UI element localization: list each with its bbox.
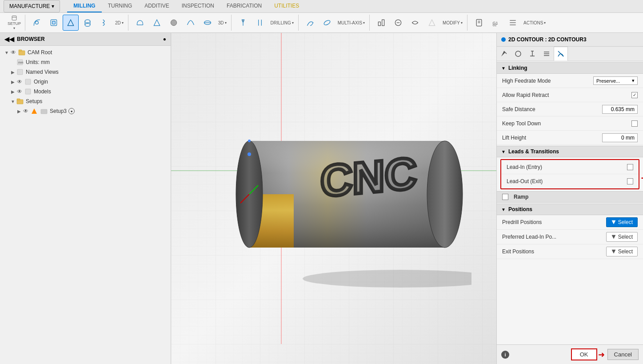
- tab-inspection[interactable]: INSPECTION: [176, 0, 220, 12]
- expand-setup3[interactable]: ▶: [16, 109, 22, 114]
- tree-item-setup3[interactable]: ▶ 👁 Setup3 ●: [0, 106, 171, 116]
- 2d-active-btn[interactable]: [63, 15, 79, 31]
- panel-tab-tool[interactable]: [497, 47, 511, 61]
- svg-rect-0: [12, 16, 16, 20]
- tab-fabrication[interactable]: FABRICATION: [220, 0, 268, 12]
- svg-point-11: [171, 20, 176, 25]
- tree-item-origin[interactable]: ▶ 👁 Origin: [0, 77, 171, 87]
- lead-out-checkbox[interactable]: [627, 178, 633, 184]
- 2d-thread-btn[interactable]: [96, 15, 112, 31]
- manufacture-button[interactable]: MANUFACTURE ▾: [4, 0, 60, 12]
- browser-menu-icon[interactable]: ●: [163, 36, 166, 42]
- panel-tab-geometry[interactable]: [511, 47, 525, 61]
- ramp-checkbox[interactable]: [502, 194, 508, 200]
- expand-setups[interactable]: ▼: [10, 99, 16, 104]
- 3d-label: 3D ▾: [216, 20, 228, 25]
- exit-positions-select-button[interactable]: Select: [606, 247, 638, 256]
- eye-icon-origin[interactable]: 👁: [16, 79, 23, 85]
- tab-milling[interactable]: MILLING: [67, 0, 101, 12]
- preferred-leadin-label: Preferred Lead-In Po...: [502, 234, 606, 240]
- units-icon: mm: [16, 58, 24, 66]
- setup3-label: Setup3: [50, 108, 67, 114]
- 3d-btn5[interactable]: [200, 15, 216, 31]
- linking-section-header[interactable]: ▼ Linking: [497, 62, 643, 74]
- setup3-triangle-icon: [30, 107, 38, 115]
- panel-tab-linking[interactable]: [554, 47, 568, 61]
- lift-height-input[interactable]: 0 mm: [602, 133, 638, 142]
- panel-tab-heights[interactable]: [525, 47, 539, 61]
- preferred-leadin-row: Preferred Lead-In Po... Select: [497, 230, 643, 244]
- 3d-btn3[interactable]: [166, 15, 182, 31]
- eye-icon-models[interactable]: 👁: [16, 88, 23, 95]
- positions-section-header[interactable]: ▼ Positions: [497, 204, 643, 215]
- 2d-pocket-btn[interactable]: [46, 15, 62, 31]
- actions-btn2[interactable]: G1G2: [488, 15, 504, 31]
- tree-item-named-views[interactable]: ▶ Named Views: [0, 67, 171, 77]
- svg-rect-38: [25, 89, 31, 94]
- panel-tab-passes[interactable]: [539, 47, 554, 61]
- expand-models[interactable]: ▶: [10, 89, 16, 94]
- 2d-drill-btn[interactable]: [80, 15, 96, 31]
- modify-btn3[interactable]: [407, 15, 423, 31]
- ramp-section-header[interactable]: Ramp: [497, 191, 643, 203]
- 2d-contour-btn[interactable]: [29, 15, 45, 31]
- expand-origin[interactable]: ▶: [10, 80, 16, 84]
- leads-section-header[interactable]: ▼ Leads & Transitions: [497, 146, 643, 157]
- 3d-btn1[interactable]: [132, 15, 148, 31]
- tree-item-models[interactable]: ▶ 👁 Models: [0, 87, 171, 96]
- svg-point-52: [427, 141, 463, 248]
- ok-button[interactable]: OK: [571, 348, 597, 360]
- lift-height-row: Lift Height 0 mm: [497, 131, 643, 145]
- actions-group: G1G2 ACTIONS ▾: [468, 15, 550, 31]
- modify-btn2[interactable]: [390, 15, 406, 31]
- eye-icon-setup3[interactable]: 👁: [22, 108, 29, 114]
- viewport[interactable]: CNC CNC: [171, 33, 496, 364]
- tree-item-setups[interactable]: ▼ Setups: [0, 96, 171, 106]
- tree-item-units[interactable]: ▶ mm Units: mm: [0, 57, 171, 67]
- modify-btn1[interactable]: [373, 15, 389, 31]
- eye-icon-cam-root[interactable]: 👁: [10, 49, 17, 56]
- allow-rapid-retract-checkbox[interactable]: [631, 92, 638, 98]
- linking-title: Linking: [508, 65, 527, 71]
- drill-btn2[interactable]: [252, 15, 268, 31]
- cam-root-label: CAM Root: [28, 49, 52, 56]
- predrill-select-button[interactable]: Select: [606, 217, 638, 227]
- safe-distance-value: 0.635 mm: [611, 106, 635, 112]
- sidebar: ◀◀ BROWSER ● ▼ 👁 CAM Root ▶ mm: [0, 33, 171, 364]
- tree-item-cam-root[interactable]: ▼ 👁 CAM Root: [0, 48, 171, 57]
- 3d-btn4[interactable]: [183, 15, 199, 31]
- back-arrow-icon[interactable]: ◀◀: [4, 36, 14, 43]
- positions-arrow: ▼: [501, 207, 506, 212]
- tab-additive[interactable]: ADDITIVE: [138, 0, 175, 12]
- svg-rect-39: [17, 100, 23, 104]
- cancel-button[interactable]: Cancel: [607, 349, 639, 360]
- multiaxis-btn2[interactable]: [319, 15, 335, 31]
- svg-rect-36: [17, 69, 23, 75]
- actions-btn1[interactable]: [471, 15, 487, 31]
- 3d-btn2[interactable]: [149, 15, 165, 31]
- tab-turning[interactable]: TURNING: [102, 0, 139, 12]
- drilling-group: DRILLING ▾: [232, 15, 299, 31]
- tab-utilities[interactable]: UTILITIES: [268, 0, 305, 12]
- svg-point-56: [248, 140, 251, 142]
- svg-marker-23: [429, 20, 435, 25]
- safe-distance-input[interactable]: 0.635 mm: [602, 105, 638, 114]
- high-feedrate-dropdown[interactable]: Preserve... ▾: [593, 76, 638, 85]
- keep-tool-down-label: Keep Tool Down: [502, 120, 631, 127]
- keep-tool-down-checkbox[interactable]: [631, 120, 638, 127]
- svg-marker-5: [68, 20, 73, 25]
- lead-in-checkbox[interactable]: [627, 164, 633, 170]
- setup-btn[interactable]: SETUP ▾: [6, 15, 22, 31]
- safe-distance-row: Safe Distance 0.635 mm: [497, 102, 643, 116]
- ramp-label: Ramp: [514, 194, 528, 200]
- panel-tabs: [497, 47, 643, 61]
- expand-cam-root[interactable]: ▼: [4, 50, 10, 55]
- drill-btn1[interactable]: [235, 15, 251, 31]
- modify-btn4[interactable]: [424, 15, 440, 31]
- actions-btn3[interactable]: [505, 15, 521, 31]
- preferred-leadin-select-button[interactable]: Select: [606, 232, 638, 242]
- setup3-folder-icon: [40, 107, 48, 115]
- multiaxis-btn1[interactable]: [302, 15, 318, 31]
- info-icon[interactable]: i: [501, 351, 509, 359]
- expand-named-views[interactable]: ▶: [10, 70, 16, 75]
